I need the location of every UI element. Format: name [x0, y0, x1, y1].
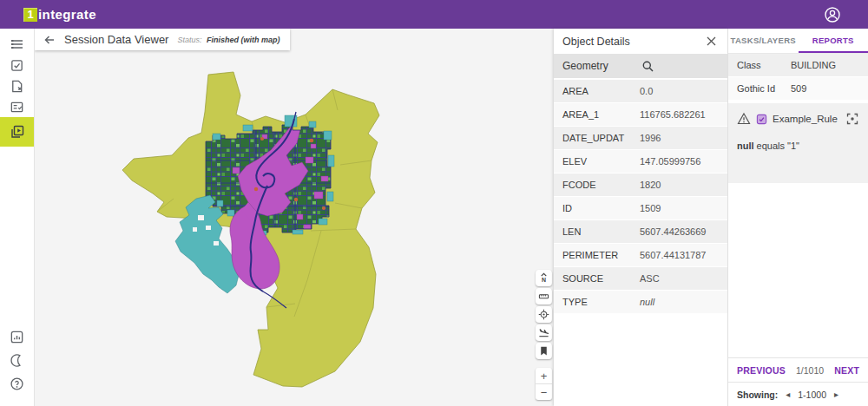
svg-text:N: N: [542, 277, 546, 283]
geometry-label: Geometry: [562, 60, 640, 72]
row-label: PERIMETER: [562, 250, 640, 260]
measure-button[interactable]: [536, 288, 552, 304]
showing-bar: Showing: ◂ 1-1000 ▸: [728, 382, 868, 406]
close-button[interactable]: [703, 34, 719, 49]
status-value: Finished (with map): [207, 36, 280, 44]
property-row: Class BUILDING: [728, 54, 868, 76]
table-row: FCODE 1820: [554, 174, 727, 196]
property-value: BUILDING: [791, 60, 836, 70]
bookmark-button[interactable]: [536, 343, 552, 359]
page-title: Session Data Viewer: [64, 33, 168, 46]
menu-icon: [10, 36, 25, 52]
close-icon: [706, 36, 717, 47]
rule-row[interactable]: Example_Rule: [737, 109, 859, 128]
zoom-in-button[interactable]: +: [536, 368, 552, 383]
table-row: AREA 0.0: [554, 80, 727, 102]
showing-next-icon[interactable]: ▸: [834, 390, 838, 399]
flight-land-icon: [538, 327, 549, 338]
table-row: PERIMETER 5607.44131787: [554, 244, 727, 266]
flight-land-button[interactable]: [536, 324, 552, 341]
tab-tasks-layers[interactable]: TASKS/LAYERS: [728, 29, 799, 53]
rule-detail: null equals "1": [737, 141, 859, 151]
row-value: 5607.44131787: [640, 250, 706, 260]
clipboard-check-icon: [10, 58, 24, 73]
ruler-icon: [538, 291, 549, 302]
account-button[interactable]: [823, 5, 842, 24]
sidebar-item-menu[interactable]: [0, 34, 34, 55]
previous-button[interactable]: PREVIOUS: [737, 365, 786, 376]
help-icon: [10, 377, 24, 391]
north-up-button[interactable]: N: [536, 270, 552, 286]
sidebar-item-help[interactable]: [0, 372, 34, 396]
locate-crosshair-icon: [538, 309, 549, 320]
object-details-panel: Object Details Geometry AREA: [554, 29, 727, 406]
table-row: ELEV 147.05999756: [554, 150, 727, 173]
north-up-icon: N: [538, 272, 549, 284]
row-value: 147.05999756: [640, 156, 700, 167]
data-file-icon: [10, 79, 24, 94]
session-viewer-play-icon: [10, 124, 25, 140]
sidebar-item-dashboard[interactable]: [0, 325, 34, 349]
row-label: ELEV: [562, 156, 640, 167]
center-focus-icon: [846, 113, 858, 125]
dark-mode-moon-icon: [10, 353, 24, 368]
back-button[interactable]: [40, 30, 59, 49]
row-value: ASC: [640, 273, 660, 284]
zoom-out-button[interactable]: −: [536, 384, 552, 400]
geometry-search-button[interactable]: [640, 58, 655, 74]
row-value: 1820: [640, 180, 661, 190]
back-arrow-icon: [43, 33, 56, 47]
map-area: Session Data Viewer Status: Finished (wi…: [35, 29, 554, 406]
property-row: Gothic Id 509: [728, 77, 868, 100]
bookmark-icon: [538, 345, 549, 357]
object-details-header: Object Details: [554, 29, 727, 54]
sidebar-item-data[interactable]: [0, 75, 34, 96]
table-row: DATE_UPDAT 1996: [554, 127, 727, 149]
object-details-title: Object Details: [562, 36, 630, 48]
rule-check-icon: [756, 114, 767, 125]
row-label: AREA: [562, 86, 640, 96]
pager-position: 1/1010: [796, 365, 824, 376]
row-label: ID: [562, 203, 640, 213]
app-window: 1 integrate: [0, 0, 868, 406]
row-value: null: [640, 297, 654, 307]
rule-detail-text: equals "1": [754, 141, 799, 151]
sidebar-item-dark-mode[interactable]: [0, 349, 34, 372]
table-row: LEN 5607.44263669: [554, 220, 727, 243]
logo-mark-icon: 1: [23, 8, 37, 22]
row-label: SOURCE: [562, 273, 640, 284]
account-circle-icon: [824, 6, 841, 23]
sidebar-item-tasks[interactable]: [0, 55, 34, 75]
warning-icon: [737, 112, 751, 126]
app-logo: 1 integrate: [23, 7, 96, 22]
property-label: Gothic Id: [737, 83, 791, 94]
sidebar-item-rules[interactable]: [0, 96, 34, 117]
row-value: 5607.44263669: [640, 226, 706, 237]
map-canvas[interactable]: [35, 29, 554, 406]
row-label: LEN: [562, 226, 640, 237]
next-button[interactable]: NEXT: [834, 365, 859, 376]
row-value: 1996: [640, 133, 661, 143]
tab-reports[interactable]: REPORTS: [799, 29, 868, 53]
session-toolbar: Session Data Viewer Status: Finished (wi…: [35, 29, 290, 50]
row-value: 0.0: [640, 86, 653, 96]
table-row: AREA_1 116765.682261: [554, 103, 727, 126]
session-status: Status: Finished (with map): [177, 36, 279, 44]
locate-button[interactable]: [536, 306, 552, 323]
showing-prev-icon[interactable]: ◂: [786, 390, 790, 399]
table-row: ID 1509: [554, 197, 727, 219]
top-bar: 1 integrate: [0, 0, 868, 29]
bar-chart-icon: [10, 330, 24, 344]
rule-report-block: Example_Rule null equals "1": [728, 103, 868, 183]
row-label: TYPE: [562, 297, 640, 307]
panel-spacer: [728, 183, 868, 357]
report-pager: PREVIOUS 1/1010 NEXT: [728, 357, 868, 382]
map-tool-column: N: [536, 270, 552, 359]
row-label: FCODE: [562, 180, 640, 190]
panel-tabs: TASKS/LAYERS REPORTS: [728, 29, 868, 54]
zoom-to-rule-button[interactable]: [845, 112, 859, 126]
sidebar-item-session-viewer[interactable]: [0, 117, 34, 147]
geometry-row: Geometry: [554, 54, 727, 78]
row-label: AREA_1: [562, 109, 640, 120]
row-value: 116765.682261: [640, 109, 706, 120]
